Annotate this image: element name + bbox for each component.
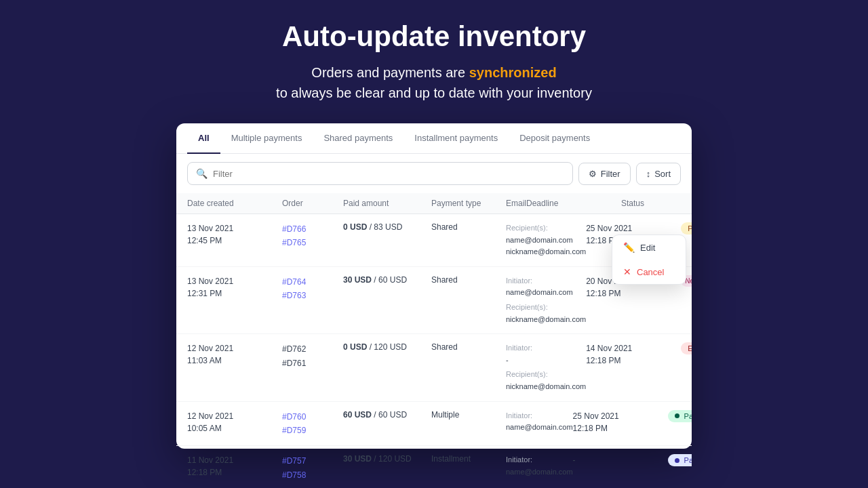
cancel-label: Cancel <box>637 267 664 277</box>
sort-icon: ↕ <box>646 169 651 179</box>
filter-button[interactable]: ⚙ Filter <box>578 163 631 185</box>
header-type: Payment type <box>431 199 506 208</box>
hero-subtitle: Orders and payments are synchronized to … <box>276 62 592 103</box>
header-actions <box>696 199 723 208</box>
header-paid: Paid amount <box>343 199 431 208</box>
cancel-icon: ✕ <box>623 266 631 277</box>
search-input[interactable] <box>213 169 564 179</box>
edit-label: Edit <box>640 243 655 253</box>
email-cell: Initiator: name@domain.com Recipient(s):… <box>506 275 586 325</box>
order-link[interactable]: #D758 <box>282 468 343 482</box>
header-date: Date created <box>187 199 282 208</box>
order-link[interactable]: #D759 <box>282 424 343 437</box>
status-cell: Expired <box>681 342 692 354</box>
email-cell: Initiator: name@domain.com <box>506 410 573 434</box>
table-header: Date created Order Paid amount Payment t… <box>176 193 692 214</box>
order-link[interactable]: #D763 <box>282 289 343 302</box>
edit-icon: ✏️ <box>623 242 635 253</box>
order-cell: #D764 #D763 <box>282 275 343 303</box>
filter-icon: ⚙ <box>589 169 597 179</box>
status-cell: Partially paid <box>668 454 692 466</box>
date-cell: 11 Nov 202112:18 PM <box>187 454 282 479</box>
status-badge: Paid <box>668 410 692 422</box>
header-status: Status <box>621 199 696 208</box>
type-cell: Installment <box>431 454 506 464</box>
email-cell: Recipient(s): name@domain.com nickname@d… <box>506 222 586 258</box>
search-icon: 🔍 <box>196 168 208 179</box>
subtitle-plain: Orders and payments are <box>311 65 469 80</box>
sort-button[interactable]: ↕ Sort <box>636 163 681 185</box>
order-cell: #D762 #D761 <box>282 342 343 370</box>
header-email: Email <box>506 199 526 208</box>
date-cell: 12 Nov 202111:03 AM <box>187 342 282 367</box>
context-menu-cancel[interactable]: ✕ Cancel <box>612 260 686 284</box>
email-cell: Initiator: - Recipient(s): nickname@doma… <box>506 342 586 392</box>
tab-multiple-payments[interactable]: Multiple payments <box>220 123 313 154</box>
order-link[interactable]: #D757 <box>282 454 343 468</box>
paid-cell: 60 USD / 60 USD <box>343 410 431 420</box>
status-cell: Paid <box>668 410 692 422</box>
deadline-cell: 14 Nov 202112:18 PM <box>586 342 681 367</box>
context-menu-edit[interactable]: ✏️ Edit <box>612 235 686 260</box>
paid-cell: 30 USD / 120 USD <box>343 454 431 464</box>
page-title: Auto-update inventory <box>282 20 586 53</box>
table-row: 11 Nov 202112:18 PM #D757 #D758 30 USD /… <box>176 446 692 488</box>
tab-all[interactable]: All <box>187 123 220 154</box>
main-panel: All Multiple payments Shared payments In… <box>176 123 692 449</box>
header-deadline: Deadline <box>526 199 621 208</box>
status-badge: Partially paid <box>668 454 692 466</box>
filter-label: Filter <box>601 169 620 179</box>
date-cell: 13 Nov 202112:31 PM <box>187 275 282 300</box>
order-link[interactable]: #D760 <box>282 410 343 424</box>
table-body: 13 Nov 202112:45 PM #D766 #D765 0 USD / … <box>176 214 692 488</box>
order-link[interactable]: #D766 <box>282 222 343 236</box>
paid-cell: 0 USD / 120 USD <box>343 342 431 352</box>
order-cell: #D757 #D758 <box>282 454 343 482</box>
order-link[interactable]: #D765 <box>282 236 343 249</box>
deadline-cell: 25 Nov 202112:18 PM <box>573 410 668 434</box>
date-cell: 13 Nov 202112:45 PM <box>187 222 282 247</box>
type-cell: Multiple <box>431 410 506 420</box>
email-cell: Initiator: name@domain.com <box>506 454 573 478</box>
tab-bar: All Multiple payments Shared payments In… <box>176 123 692 154</box>
deadline-cell: - <box>573 454 668 466</box>
type-cell: Shared <box>431 342 506 352</box>
paid-cell: 30 USD / 60 USD <box>343 275 431 285</box>
table-row: 13 Nov 202112:45 PM #D766 #D765 0 USD / … <box>176 214 692 267</box>
order-cell: #D760 #D759 <box>282 410 343 438</box>
table-row: 12 Nov 202110:05 AM #D760 #D759 60 USD /… <box>176 402 692 447</box>
type-cell: Shared <box>431 275 506 285</box>
context-menu: ✏️ Edit ✕ Cancel <box>612 235 686 285</box>
search-bar[interactable]: 🔍 <box>187 162 573 185</box>
paid-cell: 0 USD / 83 USD <box>343 222 431 232</box>
order-link[interactable]: #D764 <box>282 275 343 289</box>
date-cell: 12 Nov 202110:05 AM <box>187 410 282 434</box>
subtitle-highlight: synchronized <box>469 65 557 80</box>
status-badge: Expired <box>681 342 692 354</box>
sort-label: Sort <box>654 169 671 179</box>
tab-installment-payments[interactable]: Installment payments <box>403 123 509 154</box>
type-cell: Shared <box>431 222 506 232</box>
header-order: Order <box>282 199 343 208</box>
toolbar: 🔍 ⚙ Filter ↕ Sort <box>176 154 692 193</box>
subtitle-end: to always be clear and up to date with y… <box>276 85 592 100</box>
status-badge: Pending <box>681 222 692 235</box>
order-cell: #D766 #D765 <box>282 222 343 250</box>
table-row: 12 Nov 202111:03 AM #D762 #D761 0 USD / … <box>176 334 692 401</box>
tab-deposit-payments[interactable]: Deposit payments <box>509 123 601 154</box>
status-cell: Pending <box>681 222 692 235</box>
tab-shared-payments[interactable]: Shared payments <box>313 123 403 154</box>
